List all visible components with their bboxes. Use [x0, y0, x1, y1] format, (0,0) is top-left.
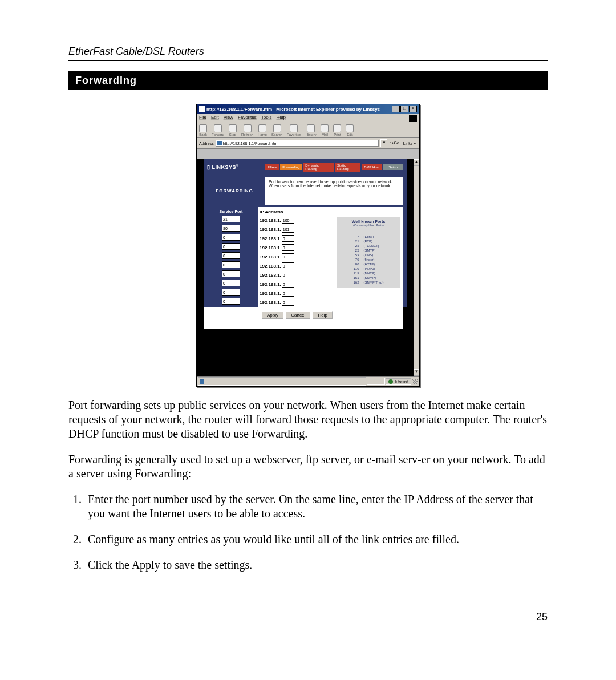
service-port-input-9[interactable]: [222, 298, 240, 305]
ip-last-octet-input-0[interactable]: [282, 217, 294, 224]
well-known-row: 110(POP3): [352, 267, 386, 270]
window-titlebar: http://192.168.1.1/Forward.htm - Microso…: [197, 104, 419, 114]
ip-last-octet-input-4[interactable]: [282, 253, 294, 260]
vertical-scrollbar[interactable]: ▲ ▼: [413, 159, 419, 376]
brand-logo: ▯ LINKSYS®: [204, 159, 265, 175]
menu-favorites[interactable]: Favorites: [238, 115, 257, 122]
address-value: http://192.168.1.1/Forward.htm: [223, 141, 278, 145]
side-label: FORWARDING: [204, 175, 265, 207]
description-text: Port forwarding can be used to set up pu…: [265, 177, 403, 205]
search-icon: [273, 124, 281, 132]
well-known-row: 80(HTTP): [352, 262, 386, 266]
ip-prefix: 192.168.1.: [260, 273, 281, 278]
back-button[interactable]: Back: [199, 124, 207, 136]
tab-filters[interactable]: Filters: [265, 164, 279, 170]
menu-tools[interactable]: Tools: [261, 115, 272, 122]
well-known-subtitle: (Commonly Used Ports): [339, 224, 398, 227]
service-port-input-6[interactable]: [222, 270, 240, 277]
print-button[interactable]: Print: [333, 124, 341, 136]
steps-list: Enter the port number used by the server…: [68, 492, 548, 572]
ie-throbber-icon: [409, 115, 417, 122]
help-button[interactable]: Help: [313, 311, 332, 319]
well-known-row: 25(SMTP): [352, 249, 386, 252]
page-number: 25: [536, 611, 548, 623]
apply-button[interactable]: Apply: [262, 311, 283, 319]
mail-button[interactable]: Mail: [321, 124, 329, 136]
stop-button[interactable]: Stop: [229, 124, 237, 136]
service-port-input-3[interactable]: [222, 243, 240, 250]
ip-prefix: 192.168.1.: [260, 300, 281, 305]
ip-last-octet-input-7[interactable]: [282, 281, 294, 288]
ip-prefix: 192.168.1.: [260, 264, 281, 269]
tab-static-routing[interactable]: Static Routing: [335, 163, 360, 172]
minimize-button[interactable]: _: [392, 106, 400, 112]
home-icon: [258, 124, 266, 132]
internet-zone-icon: [388, 379, 393, 384]
well-known-row: 23(TELNET): [352, 244, 386, 248]
menu-help[interactable]: Help: [276, 115, 285, 122]
menu-file[interactable]: File: [199, 115, 206, 122]
favorites-icon: [290, 124, 298, 132]
scroll-up-button[interactable]: ▲: [414, 159, 419, 166]
tab-dynamic-routing[interactable]: Dynamic Routing: [303, 163, 334, 172]
tab-row: Filters Forwarding Dynamic Routing Stati…: [265, 163, 407, 172]
menu-view[interactable]: View: [224, 115, 233, 122]
ip-last-octet-input-3[interactable]: [282, 244, 294, 251]
ip-last-octet-input-9[interactable]: [282, 299, 294, 306]
edit-button[interactable]: Edit: [346, 124, 354, 136]
tab-forwarding[interactable]: Forwarding: [280, 164, 302, 170]
document-header: EtherFast Cable/DSL Routers: [68, 46, 548, 61]
tab-dmz-host[interactable]: DMZ Host: [362, 164, 382, 170]
tab-setup[interactable]: Setup: [383, 164, 403, 170]
service-port-input-5[interactable]: [222, 261, 240, 268]
close-button[interactable]: ×: [409, 106, 417, 112]
home-button[interactable]: Home: [258, 124, 267, 136]
favorites-button[interactable]: Favorites: [287, 124, 301, 136]
ip-last-octet-input-8[interactable]: [282, 290, 294, 297]
service-port-input-1[interactable]: [222, 225, 240, 232]
ip-last-octet-input-5[interactable]: [282, 262, 294, 269]
go-button[interactable]: ↪Go: [389, 141, 400, 145]
ip-prefix: 192.168.1.: [260, 245, 281, 250]
well-known-row: 21(FTP): [352, 240, 386, 243]
address-dropdown[interactable]: ▼: [380, 139, 387, 147]
service-port-column: Service Port: [204, 207, 258, 307]
menu-edit[interactable]: Edit: [211, 115, 219, 122]
toolbar: Back Forward Stop Refresh Home Search Fa…: [197, 123, 419, 138]
ie-window: http://192.168.1.1/Forward.htm - Microso…: [196, 104, 420, 387]
ie-icon: [199, 106, 205, 112]
refresh-button[interactable]: Refresh: [241, 124, 253, 136]
browser-viewport: ▲ ▼ ▯ LINKSYS® Filters Forwarding: [197, 159, 419, 376]
ip-last-octet-input-6[interactable]: [282, 272, 294, 278]
history-button[interactable]: History: [306, 124, 317, 136]
service-port-input-7[interactable]: [222, 280, 240, 286]
section-title: Forwarding: [68, 71, 548, 90]
maximize-button[interactable]: □: [400, 106, 408, 112]
address-input[interactable]: http://192.168.1.1/Forward.htm: [216, 140, 379, 147]
search-button[interactable]: Search: [271, 124, 282, 136]
service-port-input-0[interactable]: [222, 216, 240, 222]
service-port-input-2[interactable]: [222, 234, 240, 241]
status-bar: Internet: [197, 376, 419, 386]
service-port-input-8[interactable]: [222, 289, 240, 296]
ip-last-octet-input-1[interactable]: [282, 226, 294, 233]
history-icon: [307, 124, 315, 132]
ip-last-octet-input-2[interactable]: [282, 235, 294, 242]
well-known-title: Well-known Ports: [339, 220, 398, 224]
status-page-icon: [200, 379, 204, 384]
ip-prefix: 192.168.1.: [260, 254, 281, 260]
screenshot-figure: http://192.168.1.1/Forward.htm - Microso…: [68, 104, 548, 387]
router-panel: ▯ LINKSYS® Filters Forwarding Dynamic Ro…: [204, 159, 407, 307]
scroll-down-button[interactable]: ▼: [414, 369, 419, 376]
button-panel: Apply Cancel Help: [204, 307, 403, 329]
forward-icon: [214, 124, 222, 132]
links-button[interactable]: Links »: [402, 141, 417, 145]
forward-button[interactable]: Forward: [212, 124, 224, 136]
service-port-input-4[interactable]: [222, 252, 240, 259]
cancel-button[interactable]: Cancel: [286, 311, 310, 319]
refresh-icon: [244, 124, 252, 132]
resize-grip[interactable]: [412, 379, 418, 384]
well-known-row: 119(NNTP): [352, 272, 386, 275]
edit-icon: [346, 124, 354, 132]
well-known-row: 79(finger): [352, 258, 386, 261]
